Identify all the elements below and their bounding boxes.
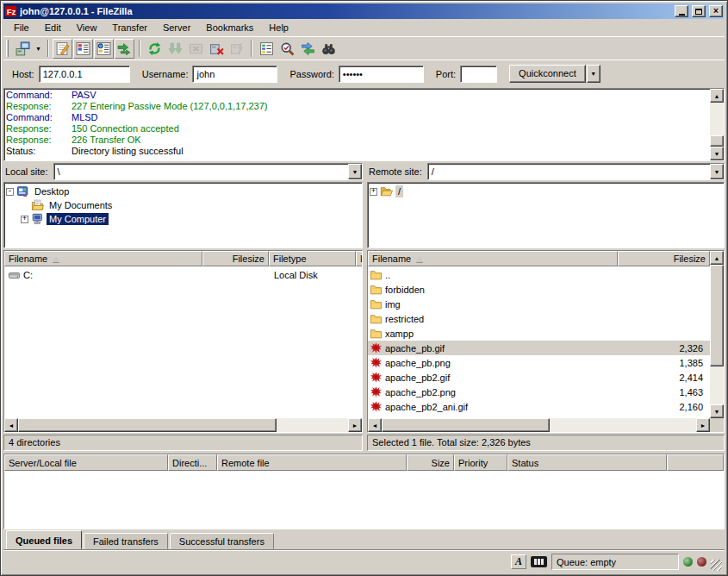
remote-file-rows[interactable]: .. forbidden img restricted xampp apache… — [368, 266, 710, 418]
scroll-down-icon[interactable]: ▼ — [710, 404, 724, 418]
remote-tree[interactable]: + / — [367, 182, 725, 248]
column-header-priority[interactable]: Priority — [454, 454, 507, 471]
username-input[interactable]: john — [192, 66, 277, 83]
tab-successful-transfers[interactable]: Successful transfers — [170, 533, 274, 549]
column-header-filetype[interactable]: Filetype — [269, 251, 356, 266]
file-row[interactable]: img — [368, 297, 710, 311]
scroll-left-icon[interactable]: ◄ — [368, 418, 382, 432]
scroll-left-icon[interactable]: ◄ — [4, 418, 18, 432]
expand-icon[interactable]: + — [21, 216, 28, 223]
file-row[interactable]: apache_pb2_ani.gif2,160 — [368, 399, 710, 414]
file-row[interactable]: apache_pb2.png1,463 — [368, 385, 710, 399]
refresh-icon — [147, 41, 162, 56]
remote-site-combobox[interactable]: / ▼ — [427, 163, 725, 180]
file-row[interactable]: forbidden — [368, 282, 710, 297]
process-queue-button[interactable] — [165, 38, 185, 59]
file-row[interactable]: restricted — [368, 311, 710, 326]
scrollbar-thumb[interactable] — [710, 265, 724, 366]
column-header-filename[interactable]: Filename — [368, 251, 618, 266]
toggle-message-log-button[interactable] — [53, 39, 72, 59]
menu-bookmarks[interactable]: Bookmarks — [198, 20, 261, 35]
quickconnect-button[interactable]: Quickconnect — [509, 65, 586, 83]
scrollbar-thumb[interactable] — [382, 418, 550, 432]
column-header-filesize[interactable]: Filesize — [618, 251, 710, 266]
log-scrollbar[interactable]: ▲ ▼ — [710, 89, 724, 160]
scroll-right-icon[interactable]: ► — [696, 418, 710, 432]
column-header-direction[interactable]: Directi... — [168, 454, 217, 471]
site-manager-button[interactable] — [12, 38, 33, 59]
scrollbar-thumb[interactable] — [18, 418, 277, 432]
column-header-size[interactable]: Size — [407, 454, 454, 471]
local-hscrollbar[interactable]: ◄ ► — [4, 418, 362, 432]
tree-item-my-computer[interactable]: + My Computer — [6, 212, 362, 226]
tab-queued-files[interactable]: Queued files — [6, 530, 82, 549]
collapse-icon[interactable]: - — [6, 188, 14, 196]
quickconnect-bar: Host: 127.0.0.1 Username: john Password:… — [3, 59, 725, 87]
scroll-up-icon[interactable]: ▲ — [710, 251, 724, 265]
minimize-button[interactable] — [675, 5, 688, 17]
remote-vscrollbar[interactable]: ▲ ▼ — [710, 251, 724, 418]
menu-file[interactable]: File — [6, 20, 37, 35]
file-row[interactable]: xampp — [368, 326, 710, 341]
column-header-filesize[interactable]: Filesize — [202, 251, 269, 266]
local-tree[interactable]: - Desktop My Documents + My Computer — [3, 182, 363, 248]
scroll-down-icon[interactable]: ▼ — [710, 147, 724, 160]
log-lines[interactable]: Command:PASV Response:227 Entering Passi… — [4, 89, 710, 160]
column-header-remote-file[interactable]: Remote file — [217, 454, 407, 471]
remote-pane: Remote site: / ▼ + / Filename — [367, 163, 725, 451]
filezilla-logo-icon — [5, 5, 17, 17]
scroll-right-icon[interactable]: ► — [348, 418, 362, 432]
site-manager-dropdown[interactable]: ▼ — [33, 38, 44, 59]
close-button[interactable]: × — [709, 5, 723, 17]
file-row-c-drive[interactable]: C: Local Disk — [4, 267, 362, 282]
title-bar[interactable]: john@127.0.0.1 - FileZilla × — [3, 3, 725, 19]
menu-view[interactable]: View — [69, 20, 105, 35]
disconnect-button[interactable] — [206, 38, 227, 59]
toggle-local-tree-button[interactable] — [73, 39, 93, 59]
reconnect-button[interactable] — [227, 38, 247, 59]
file-row[interactable]: apache_pb.png1,385 — [368, 355, 710, 370]
menu-edit[interactable]: Edit — [37, 20, 69, 35]
expand-icon[interactable]: + — [370, 188, 377, 196]
quickconnect-dropdown[interactable]: ▼ — [587, 65, 600, 83]
file-row-selected[interactable]: apache_pb.gif2,326 — [368, 341, 710, 355]
tree-item-desktop[interactable]: - Desktop — [6, 185, 362, 198]
file-row[interactable]: .. — [368, 267, 710, 282]
directory-filters-button[interactable] — [256, 38, 277, 59]
speedlimit-icon[interactable] — [531, 556, 547, 567]
file-row[interactable]: apache_pb2.gif2,414 — [368, 370, 710, 385]
local-file-rows[interactable]: C: Local Disk — [4, 266, 362, 418]
column-header-filename[interactable]: Filename — [4, 251, 202, 266]
tree-item-root[interactable]: + / — [370, 185, 724, 198]
tab-failed-transfers[interactable]: Failed transfers — [84, 533, 168, 549]
column-header-server-local-file[interactable]: Server/Local file — [4, 454, 168, 471]
toggle-remote-tree-button[interactable] — [94, 39, 114, 59]
queue-body[interactable] — [4, 471, 724, 529]
directory-comparison-button[interactable] — [277, 38, 297, 59]
toggle-transfer-queue-button[interactable] — [115, 39, 134, 59]
chevron-down-icon[interactable]: ▼ — [348, 164, 362, 179]
maximize-button[interactable] — [692, 5, 706, 17]
chevron-down-icon[interactable]: ▼ — [710, 164, 724, 179]
transfer-type-indicator-icon[interactable]: A — [511, 554, 526, 569]
scroll-up-icon[interactable]: ▲ — [710, 89, 724, 103]
find-files-button[interactable] — [318, 38, 339, 59]
menu-help[interactable]: Help — [261, 20, 296, 35]
local-site-combobox[interactable]: \ ▼ — [53, 163, 363, 180]
column-header-last-modified[interactable]: L — [356, 251, 363, 266]
synchronized-browsing-button[interactable] — [297, 38, 318, 59]
menu-server[interactable]: Server — [155, 20, 198, 35]
resize-grip[interactable] — [711, 560, 722, 571]
column-header-status[interactable]: Status — [507, 454, 667, 471]
minimize-icon — [679, 14, 685, 16]
port-input[interactable] — [460, 66, 497, 83]
refresh-button[interactable] — [144, 38, 165, 59]
toolbar-separator — [139, 40, 140, 57]
host-input[interactable]: 127.0.0.1 — [39, 66, 130, 83]
cancel-operation-button[interactable] — [185, 38, 206, 59]
tree-item-my-documents[interactable]: My Documents — [6, 198, 362, 212]
scrollbar-thumb[interactable] — [710, 135, 724, 147]
menu-transfer[interactable]: Transfer — [104, 20, 155, 35]
password-input[interactable]: •••••• — [339, 66, 424, 83]
remote-hscrollbar[interactable]: ◄ ► — [368, 418, 724, 432]
